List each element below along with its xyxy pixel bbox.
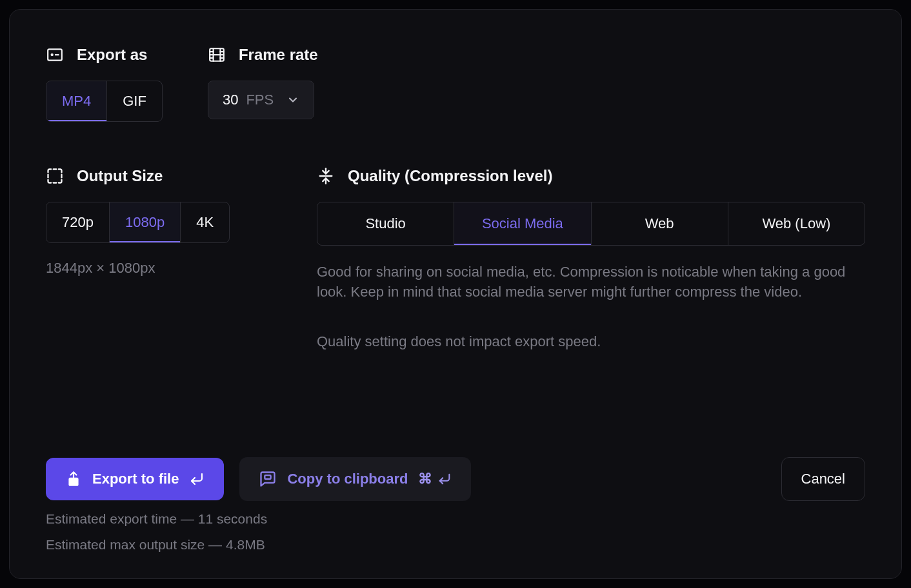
quality-web-button[interactable]: Web [592, 202, 728, 245]
quality-weblow-button[interactable]: Web (Low) [728, 202, 865, 245]
export-button[interactable]: Export to file [46, 458, 224, 500]
output-size-group: 720p 1080p 4K [46, 202, 230, 243]
chevron-down-icon [286, 93, 299, 106]
frame-rate-header: Frame rate [208, 46, 318, 64]
top-row: Export as MP4 GIF [46, 46, 865, 122]
quality-title: Quality (Compression level) [348, 167, 552, 185]
svg-rect-19 [68, 478, 78, 486]
copy-shortcut: ⌘ [418, 471, 452, 487]
quality-header: Quality (Compression level) [317, 167, 865, 185]
copy-label: Copy to clipboard [287, 471, 408, 487]
format-gif-button[interactable]: GIF [107, 81, 162, 121]
compress-icon [317, 167, 335, 185]
export-as-header: Export as [46, 46, 163, 64]
output-dimensions: 1844px × 1080px [46, 260, 252, 277]
resize-icon [46, 167, 64, 185]
estimate-time: Estimated export time — 11 seconds [46, 511, 865, 527]
action-row: Export to file Copy to clipboard [46, 457, 865, 501]
quality-description: Good for sharing on social media, etc. C… [317, 262, 865, 302]
frame-rate-section: Frame rate 30 FPS [208, 46, 318, 122]
export-as-title: Export as [77, 46, 147, 64]
export-format-group: MP4 GIF [46, 81, 163, 122]
export-dialog: Export as MP4 GIF [9, 9, 902, 579]
frame-rate-title: Frame rate [239, 46, 318, 64]
quality-social-button[interactable]: Social Media [454, 202, 591, 245]
svg-point-1 [51, 54, 54, 56]
size-4k-button[interactable]: 4K [181, 202, 229, 242]
upload-icon [65, 471, 82, 487]
quality-note: Quality setting does not impact export s… [317, 332, 865, 352]
clipboard-video-icon [259, 470, 277, 488]
format-mp4-button[interactable]: MP4 [46, 81, 107, 121]
frame-rate-unit: FPS [246, 92, 274, 108]
size-720p-button[interactable]: 720p [46, 202, 110, 242]
quality-studio-button[interactable]: Studio [317, 202, 454, 245]
frame-rate-value: 30 [223, 92, 238, 108]
export-label: Export to file [92, 471, 179, 487]
frame-rate-dropdown[interactable]: 30 FPS [208, 81, 314, 119]
quality-group: Studio Social Media Web Web (Low) [317, 202, 865, 246]
film-icon [208, 46, 226, 64]
video-icon [46, 46, 64, 64]
quality-section: Quality (Compression level) Studio Socia… [317, 167, 865, 351]
footer: Export to file Copy to clipboard [46, 457, 865, 553]
spacer [46, 351, 865, 457]
enter-icon [189, 471, 205, 487]
output-size-section: Output Size 720p 1080p 4K 1844px × 1080p… [46, 167, 252, 351]
cancel-button[interactable]: Cancel [781, 457, 865, 501]
export-as-section: Export as MP4 GIF [46, 46, 163, 122]
mid-row: Output Size 720p 1080p 4K 1844px × 1080p… [46, 167, 865, 351]
output-size-title: Output Size [77, 167, 163, 185]
output-size-header: Output Size [46, 167, 252, 185]
copy-clipboard-button[interactable]: Copy to clipboard ⌘ [239, 457, 471, 501]
svg-rect-20 [265, 475, 271, 479]
svg-rect-2 [55, 54, 59, 55]
cmd-key: ⌘ [418, 471, 432, 487]
estimate-size: Estimated max output size — 4.8MB [46, 537, 865, 553]
size-1080p-button[interactable]: 1080p [110, 202, 181, 242]
